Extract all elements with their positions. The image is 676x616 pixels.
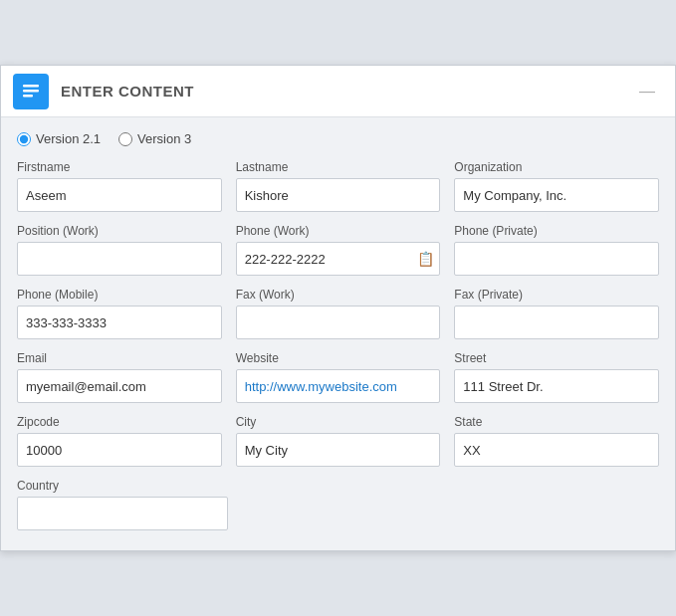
version-21-label[interactable]: Version 2.1	[17, 131, 101, 146]
phone-work-label: Phone (Work)	[236, 224, 441, 238]
organization-label: Organization	[454, 160, 659, 174]
svg-rect-2	[23, 95, 33, 98]
row-country: Country	[17, 479, 659, 530]
field-city: City	[236, 415, 441, 467]
fax-work-label: Fax (Work)	[236, 288, 441, 302]
field-state: State	[454, 415, 659, 467]
title-bar-left: ENTER CONTENT	[13, 74, 194, 109]
svg-rect-1	[23, 90, 39, 93]
row-position-phones: Position (Work) Phone (Work) 📋 Phone (Pr…	[17, 224, 659, 276]
version-3-radio[interactable]	[118, 132, 132, 146]
organization-input[interactable]	[454, 178, 659, 212]
city-input[interactable]	[236, 433, 441, 467]
field-country: Country	[17, 479, 228, 530]
email-label: Email	[17, 351, 222, 365]
row-email-website-street: Email Website Street	[17, 351, 659, 403]
website-label: Website	[236, 351, 441, 365]
row-zip-city-state: Zipcode City State	[17, 415, 659, 467]
street-label: Street	[454, 351, 659, 365]
field-fax-private: Fax (Private)	[454, 288, 659, 339]
zipcode-input[interactable]	[17, 433, 222, 467]
fax-private-input[interactable]	[454, 306, 659, 339]
state-label: State	[454, 415, 659, 429]
enter-content-window: ENTER CONTENT — Version 2.1 Version 3 Fi…	[0, 65, 676, 551]
city-label: City	[236, 415, 441, 429]
field-lastname: Lastname	[236, 160, 441, 212]
phone-work-input[interactable]	[236, 242, 441, 276]
zipcode-label: Zipcode	[17, 415, 222, 429]
phone-mobile-label: Phone (Mobile)	[17, 288, 222, 302]
field-position: Position (Work)	[17, 224, 222, 276]
form-grid: Firstname Lastname Organization Position…	[17, 160, 659, 530]
version-selector: Version 2.1 Version 3	[17, 131, 659, 146]
phone-icon: 📋	[417, 251, 434, 267]
position-input[interactable]	[17, 242, 222, 276]
fax-private-label: Fax (Private)	[454, 288, 659, 302]
lastname-label: Lastname	[236, 160, 441, 174]
state-input[interactable]	[454, 433, 659, 467]
field-fax-work: Fax (Work)	[236, 288, 441, 339]
street-input[interactable]	[454, 369, 659, 403]
field-firstname: Firstname	[17, 160, 222, 212]
field-organization: Organization	[454, 160, 659, 212]
minimize-button[interactable]: —	[631, 79, 663, 104]
field-zipcode: Zipcode	[17, 415, 222, 467]
window-icon	[13, 74, 49, 109]
firstname-label: Firstname	[17, 160, 222, 174]
email-input[interactable]	[17, 369, 222, 403]
title-bar: ENTER CONTENT —	[1, 66, 675, 117]
firstname-input[interactable]	[17, 178, 222, 212]
fax-work-input[interactable]	[236, 306, 441, 339]
row-mobile-fax: Phone (Mobile) Fax (Work) Fax (Private)	[17, 288, 659, 339]
country-input[interactable]	[17, 497, 228, 530]
position-label: Position (Work)	[17, 224, 222, 238]
window-title: ENTER CONTENT	[61, 83, 194, 100]
lastname-input[interactable]	[236, 178, 441, 212]
version-21-radio[interactable]	[17, 132, 31, 146]
field-email: Email	[17, 351, 222, 403]
version-3-label[interactable]: Version 3	[118, 131, 191, 146]
field-website: Website	[236, 351, 441, 403]
phone-private-label: Phone (Private)	[454, 224, 659, 238]
field-street: Street	[454, 351, 659, 403]
country-label: Country	[17, 479, 228, 493]
phone-private-input[interactable]	[454, 242, 659, 276]
field-phone-mobile: Phone (Mobile)	[17, 288, 222, 339]
field-phone-private: Phone (Private)	[454, 224, 659, 276]
svg-rect-0	[23, 85, 39, 88]
field-phone-work: Phone (Work) 📋	[236, 224, 441, 276]
row-name-org: Firstname Lastname Organization	[17, 160, 659, 212]
website-input[interactable]	[236, 369, 441, 403]
phone-work-wrapper: 📋	[236, 242, 441, 276]
phone-mobile-input[interactable]	[17, 306, 222, 339]
form-content: Version 2.1 Version 3 Firstname Lastname	[1, 117, 675, 550]
